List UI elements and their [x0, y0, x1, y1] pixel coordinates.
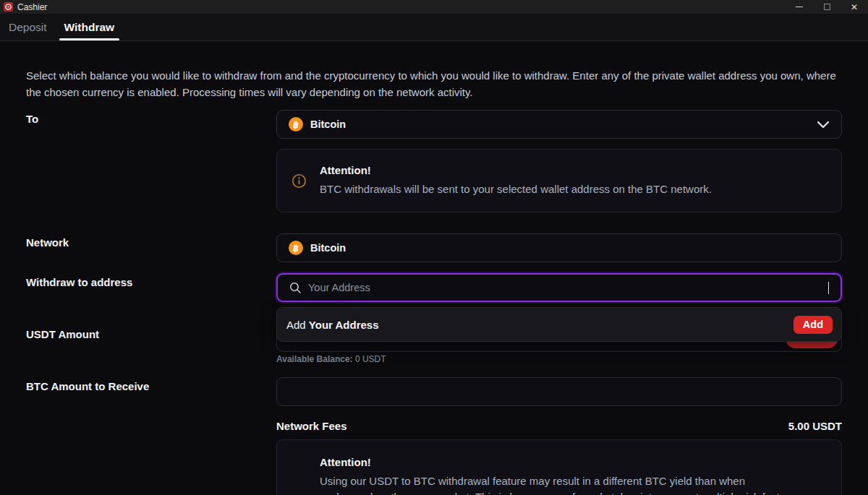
window-title: Cashier — [17, 2, 47, 12]
minimize-icon — [796, 7, 803, 8]
withdraw-panel: Select which balance you would like to w… — [0, 41, 868, 495]
to-currency-select[interactable]: ฿ Bitcoin — [276, 110, 842, 139]
to-label: To — [26, 113, 38, 125]
add-address-text: Add Your Address — [286, 319, 379, 331]
address-label: Withdraw to address — [26, 276, 132, 288]
chevron-down-icon — [817, 121, 830, 129]
network-fees-row: Network Fees 5.00 USDT — [276, 420, 842, 432]
bitcoin-icon: ฿ — [289, 241, 303, 255]
titlebar: Cashier ✕ — [0, 0, 868, 14]
attention-title: Attention! — [320, 456, 797, 468]
bitcoin-icon: ฿ — [289, 117, 303, 132]
usdt-amount-label: USDT Amount — [26, 328, 99, 340]
btc-amount-label: BTC Amount to Receive — [26, 380, 149, 392]
network-select[interactable]: ฿ Bitcoin — [276, 233, 842, 262]
to-currency-value: Bitcoin — [310, 119, 346, 130]
tab-deposit-label: Deposit — [9, 21, 47, 33]
network-fees-value: 5.00 USDT — [788, 420, 842, 432]
active-tab-underline — [59, 38, 120, 40]
address-input-wrapper — [276, 273, 842, 302]
close-button[interactable]: ✕ — [841, 0, 868, 14]
maximize-button[interactable] — [813, 0, 841, 14]
address-input[interactable] — [308, 282, 868, 293]
attention-box-btc-network: Attention! BTC withdrawals will be sent … — [276, 149, 842, 212]
network-fees-label: Network Fees — [276, 420, 347, 432]
search-icon — [289, 282, 302, 294]
close-icon: ✕ — [851, 3, 858, 12]
tab-bar: Deposit Withdraw — [0, 14, 868, 41]
tab-withdraw-label: Withdraw — [64, 21, 115, 33]
attention-box-yield: Attention! Using our USDT to BTC withdra… — [276, 439, 842, 495]
network-label: Network — [26, 236, 69, 249]
attention-body: Using our USDT to BTC withdrawal feature… — [320, 473, 797, 495]
network-value: Bitcoin — [310, 242, 346, 254]
attention-title: Attention! — [320, 164, 712, 176]
maximize-icon — [824, 4, 830, 10]
info-icon — [292, 173, 307, 189]
withdraw-description: Select which balance you would like to w… — [26, 67, 842, 100]
add-address-button[interactable]: Add — [793, 316, 833, 334]
tab-withdraw[interactable]: Withdraw — [63, 14, 116, 40]
add-address-popup[interactable]: Add Your Address Add — [276, 307, 842, 342]
app-logo-icon — [4, 2, 13, 12]
btc-amount-input[interactable] — [276, 377, 842, 406]
minimize-button[interactable] — [786, 0, 813, 14]
tab-deposit[interactable]: Deposit — [7, 14, 48, 40]
available-balance: Available Balance: 0 USDT — [276, 354, 386, 364]
attention-body: BTC withdrawals will be sent to your sel… — [320, 181, 712, 197]
text-caret — [828, 282, 829, 294]
